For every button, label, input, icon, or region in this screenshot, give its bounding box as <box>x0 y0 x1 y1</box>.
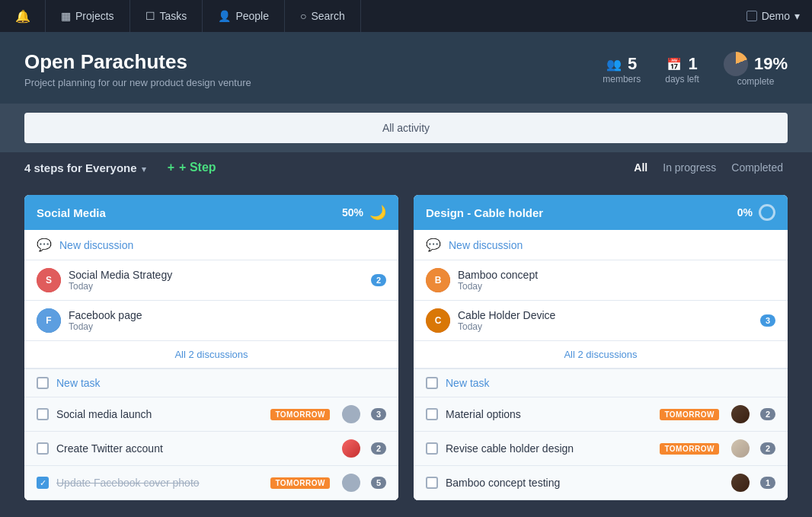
new-discussion-label-design: New discussion <box>449 239 523 251</box>
disc-info-bamboo: Bamboo concept Today <box>458 269 775 292</box>
col-progress-social-media: 50% 🌙 <box>342 204 386 221</box>
filter-buttons: All In progress Completed <box>629 160 788 175</box>
steps-label: 4 steps for Everyone ▾ <box>24 161 146 174</box>
members-label: members <box>603 74 641 85</box>
search-icon: ○ <box>300 10 306 22</box>
new-task-design[interactable]: New task <box>414 369 788 397</box>
col-progress-design: 0% <box>737 204 775 221</box>
header-stats: 👥 5 members 📅 1 days left 19% complete <box>603 52 788 87</box>
tasks-design: New task Material options TOMORROW 2 Rev… <box>414 369 788 500</box>
activity-bar: All activity <box>0 104 812 152</box>
badge-revise: 2 <box>760 442 775 455</box>
all-discussions-social[interactable]: All 2 discussions <box>24 341 398 369</box>
tasks-social-media: New task Social media launch TOMORROW 3 … <box>24 369 398 500</box>
new-task-checkbox-design <box>426 377 438 389</box>
discussion-social-strategy[interactable]: S Social Media Strategy Today 2 <box>24 260 398 301</box>
task-social-launch[interactable]: Social media launch TOMORROW 3 <box>24 397 398 432</box>
discussion-facebook-page[interactable]: F Facebook page Today <box>24 301 398 341</box>
avatar-twitter <box>342 439 360 458</box>
nav-search-label: Search <box>311 10 344 22</box>
project-title: Open Parachutes <box>24 50 251 74</box>
task-revise-cable[interactable]: Revise cable holder design TOMORROW 2 <box>414 432 788 466</box>
days-label: days left <box>665 74 699 85</box>
new-task-label-design: New task <box>446 377 490 389</box>
disc-sub-social-strategy: Today <box>69 281 363 292</box>
tasks-icon: ☐ <box>145 10 155 22</box>
task-material-options[interactable]: Material options TOMORROW 2 <box>414 397 788 432</box>
chevron-down-icon: ▾ <box>794 10 800 22</box>
avatar-facebook-page: F <box>37 308 61 333</box>
task-twitter[interactable]: Create Twitter account 2 <box>24 432 398 466</box>
col-title-design: Design - Cable holder <box>426 206 543 219</box>
badge-social-strategy: 2 <box>371 274 386 286</box>
svg-text:C: C <box>435 315 442 326</box>
disc-info-facebook-page: Facebook page Today <box>69 309 386 332</box>
filter-in-progress[interactable]: In progress <box>658 160 721 175</box>
complete-label: complete <box>737 76 775 87</box>
nav-tasks[interactable]: ☐ Tasks <box>130 0 203 32</box>
new-discussion-social-media[interactable]: 💬 New discussion <box>24 230 398 260</box>
task-checkbox-bamboo-test[interactable] <box>426 477 438 489</box>
filter-completed[interactable]: Completed <box>727 160 788 175</box>
top-nav: 🔔 ▦ Projects ☐ Tasks 👤 People ○ Search D… <box>0 0 812 32</box>
task-checkbox-cover[interactable] <box>37 477 49 489</box>
project-subtitle: Project planning for our new product des… <box>24 77 251 88</box>
task-title-bamboo-test: Bamboo concept testing <box>446 477 719 489</box>
new-discussion-label: New discussion <box>59 239 133 251</box>
all-discussions-design[interactable]: All 2 discussions <box>414 341 788 369</box>
disc-sub-cable: Today <box>458 321 753 332</box>
filter-all[interactable]: All <box>629 160 652 175</box>
col-pct-value: 50% <box>342 206 363 219</box>
avatar-cable-holder: C <box>426 308 450 333</box>
badge-twitter: 2 <box>371 442 386 455</box>
steps-text: steps for <box>34 161 86 174</box>
col-header-design-cable: Design - Cable holder 0% <box>414 195 788 230</box>
discussion-bamboo[interactable]: B Bamboo concept Today <box>414 260 788 301</box>
svg-text:S: S <box>46 275 52 286</box>
task-bamboo-testing[interactable]: Bamboo concept testing 1 <box>414 466 788 500</box>
avatar-material <box>731 405 750 423</box>
task-checkbox-material[interactable] <box>426 408 438 420</box>
audience-dropdown-icon[interactable]: ▾ <box>142 164 146 174</box>
new-task-social[interactable]: New task <box>24 369 398 397</box>
task-checkbox-twitter[interactable] <box>37 442 49 455</box>
all-activity-button[interactable]: All activity <box>24 113 788 143</box>
discussions-social-media: 💬 New discussion S Social Media Strategy… <box>24 230 398 369</box>
moon-icon: 🌙 <box>369 204 386 221</box>
task-facebook-cover[interactable]: Update Facebook cover photo TOMORROW 5 <box>24 466 398 500</box>
members-icon: 👥 <box>606 57 622 72</box>
task-title-material: Material options <box>446 408 652 420</box>
nav-projects[interactable]: ▦ Projects <box>46 0 130 32</box>
task-title-revise: Revise cable holder design <box>446 442 652 455</box>
days-value: 1 <box>688 54 697 74</box>
badge-material: 2 <box>760 408 775 420</box>
demo-menu[interactable]: Demo ▾ <box>734 0 812 32</box>
steps-bar: 4 steps for Everyone ▾ + + Step All In p… <box>0 152 812 183</box>
plus-icon: + <box>168 161 174 174</box>
svg-text:F: F <box>46 315 51 326</box>
task-title-cover: Update Facebook cover photo <box>56 477 263 489</box>
task-title-launch: Social media launch <box>56 408 263 420</box>
stat-members: 👥 5 members <box>603 54 641 85</box>
add-step-button[interactable]: + + Step <box>168 161 216 174</box>
bell-button[interactable]: 🔔 <box>0 0 46 32</box>
badge-bamboo-test: 1 <box>760 477 775 489</box>
nav-people[interactable]: 👤 People <box>203 0 285 32</box>
complete-value: 19% <box>754 54 788 74</box>
task-checkbox-revise[interactable] <box>426 442 438 455</box>
stat-days-left: 📅 1 days left <box>665 54 699 85</box>
badge-launch: 3 <box>371 408 386 420</box>
header-info: Open Parachutes Project planning for our… <box>24 50 251 88</box>
tag-tomorrow-cover: TOMORROW <box>270 477 329 489</box>
task-checkbox-launch[interactable] <box>37 408 49 420</box>
disc-title-facebook: Facebook page <box>69 309 386 321</box>
avatar-bamboo: B <box>426 268 450 292</box>
discussion-cable-holder[interactable]: C Cable Holder Device Today 3 <box>414 301 788 341</box>
members-value: 5 <box>628 54 637 74</box>
disc-sub-bamboo: Today <box>458 281 775 292</box>
new-discussion-design[interactable]: 💬 New discussion <box>414 230 788 260</box>
chat-icon-design: 💬 <box>426 238 441 252</box>
stat-complete: 19% complete <box>724 52 788 87</box>
col-title-social-media: Social Media <box>37 206 106 219</box>
nav-search[interactable]: ○ Search <box>285 0 361 32</box>
